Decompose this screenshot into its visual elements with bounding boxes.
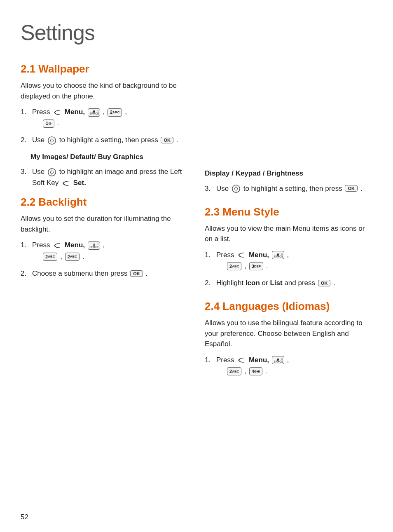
section-2-1-title: 2.1 Wallpaper [21,61,188,77]
ok-key-4: OK [318,280,331,286]
section-2-3-title: 2.3 Menu Style [205,204,372,220]
step-2-1-2: 2. Use to highlight a setting, then pres… [21,134,188,145]
step-2-1-3: 3. Use to highlight an image and press t… [21,166,188,188]
section-2-2-desc: Allows you to set the duration for illum… [21,213,188,234]
section-2-4: 2.4 Languages (Idiomas) Allows you to us… [205,298,372,377]
hash-space-key-4: #⌂ SPACE [272,356,284,364]
svg-point-5 [234,187,237,190]
col-right: Display / Keypad / Brightness 3. Use to … [205,61,372,382]
page-title: Settings [21,16,372,49]
nav-circle-icon-2 [47,168,56,177]
section-2-3: 2.3 Menu Style Allows you to view the ma… [205,204,372,289]
ok-key-3: OK [345,185,358,192]
ok-key: OK [161,137,173,143]
svg-point-1 [50,139,53,142]
section-2-1: 2.1 Wallpaper Allows you to choose the k… [21,61,188,188]
step-2-2-1: 1. Press Menu, #⌂ SPACE , [21,239,188,262]
nav-circle-icon-3 [232,184,241,193]
softkey-icon-3 [61,180,70,187]
icon-label: Icon [246,279,260,287]
step-2-1-1: 1. Press Menu, #⌂ SPACE [21,106,188,129]
step-2-2-2: 2. Choose a submenu then press OK . [21,268,188,279]
key-4ghi: 4GHI [249,367,262,375]
menu-label: Menu, [65,108,87,116]
softkey-icon-2-2-1 [53,242,62,249]
svg-point-3 [50,171,53,173]
step-2-1-2-text: to highlight a setting, then press [59,136,158,144]
step-2-3-2: 2. Highlight Icon or List and press OK . [205,277,372,288]
section-2-4-desc: Allows you to use the bilingual feature … [205,318,372,349]
key-2abc-4: 2ABC [227,262,241,270]
set-label: Set. [73,179,86,187]
main-content: 2.1 Wallpaper Allows you to choose the k… [21,61,372,382]
step-2-3-1: 1. Press Menu, #⌂ SPACE , [205,249,372,272]
key-1: 1@ [43,120,54,128]
nav-circle-icon [47,136,56,145]
page-number: 52 [21,512,28,523]
ok-key-2: OK [130,270,143,277]
step-2-2-2-text: Choose a submenu then press [32,270,129,277]
section-2-2: 2.2 Backlight Allows you to set the dura… [21,194,188,279]
col-left: 2.1 Wallpaper Allows you to choose the k… [21,61,188,382]
sub-heading-display: Display / Keypad / Brightness [205,168,372,179]
hash-space-key: #⌂ SPACE [88,108,100,117]
section-2-1-desc: Allows you to choose the kind of backgro… [21,80,188,101]
section-2-4-title: 2.4 Languages (Idiomas) [205,298,372,314]
key-2abc-5: 2ABC [227,367,241,375]
section-2-2-title: 2.2 Backlight [21,194,188,210]
key-2abc-2: 2ABC [43,253,57,261]
softkey-icon [53,109,62,116]
softkey-icon-2-4-1 [237,357,246,363]
step-2-2-3-text: to highlight a setting, then press [243,185,344,192]
key-2abc-3: 2ABC [65,253,80,261]
step-2-1-1-text: Press [32,108,52,116]
list-label: List [270,279,282,287]
step-2-4-1: 1. Press Menu, #⌂ SPACE , [205,354,372,377]
key-3def: 3DEF [249,262,263,270]
hash-space-key-2: #⌂ SPACE [88,241,100,250]
softkey-icon-2-3-1 [237,252,246,258]
section-2-3-desc: Allows you to view the main Menu items a… [205,223,372,244]
step-2-2-3: 3. Use to highlight a setting, then pres… [205,183,372,194]
hash-space-key-3: #⌂ SPACE [272,251,284,259]
key-2abc: 2ABC [108,108,122,117]
sub-heading-2-1: My Images/ Default/ Buy Graphics [21,152,188,162]
